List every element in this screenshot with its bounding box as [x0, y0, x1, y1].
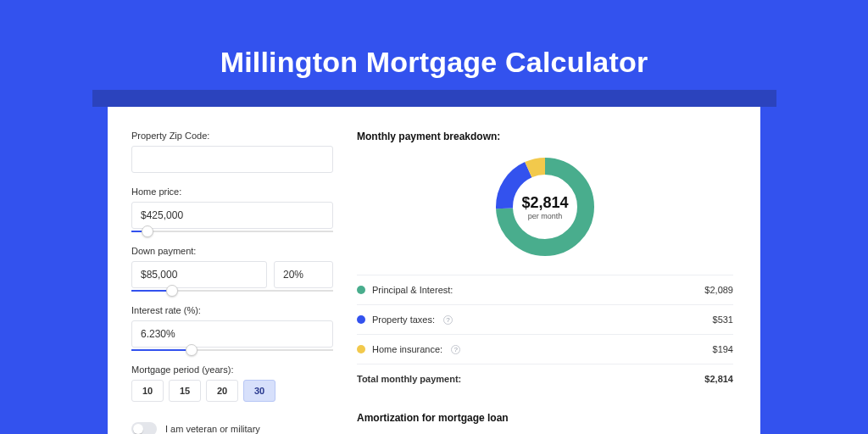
- legend-label: Home insurance:: [372, 344, 442, 354]
- breakdown-title: Monthly payment breakdown:: [357, 131, 733, 142]
- amortization-section: Amortization for mortgage loan Amortizat…: [357, 412, 733, 434]
- down-payment-slider[interactable]: [131, 290, 333, 292]
- period-option-10[interactable]: 10: [131, 380, 164, 402]
- legend-row: Principal & Interest:$2,089: [357, 275, 733, 305]
- legend-dot: [357, 345, 365, 353]
- down-payment-label: Down payment:: [131, 246, 333, 256]
- rate-slider-thumb[interactable]: [186, 344, 198, 356]
- down-payment-pct-input[interactable]: [274, 261, 333, 288]
- period-options: 10152030: [131, 380, 333, 402]
- zip-label: Property Zip Code:: [131, 131, 333, 141]
- legend-total-value: $2,814: [704, 374, 733, 384]
- donut-wrap: $2,814 per month: [357, 154, 733, 259]
- veteran-row: I am veteran or military: [131, 422, 333, 434]
- rate-slider-fill: [131, 349, 192, 351]
- amortization-title: Amortization for mortgage loan: [357, 412, 733, 424]
- down-payment-field: Down payment:: [131, 246, 333, 292]
- legend-total-label: Total monthly payment:: [357, 374, 461, 384]
- form-panel: Property Zip Code: Home price: Down paym…: [131, 131, 333, 434]
- down-payment-slider-thumb[interactable]: [166, 285, 178, 297]
- veteran-label: I am veteran or military: [165, 424, 260, 434]
- period-option-20[interactable]: 20: [206, 380, 238, 402]
- legend-total-row: Total monthly payment:$2,814: [357, 364, 733, 393]
- period-option-30[interactable]: 30: [243, 380, 275, 402]
- legend-dot: [357, 315, 365, 324]
- donut-sub: per month: [528, 212, 563, 220]
- legend: Principal & Interest:$2,089Property taxe…: [357, 275, 733, 393]
- rate-input[interactable]: [131, 320, 333, 348]
- donut-value: $2,814: [521, 194, 568, 212]
- toggle-knob: [133, 424, 143, 434]
- period-option-15[interactable]: 15: [169, 380, 201, 402]
- down-payment-input[interactable]: [131, 261, 267, 288]
- header-band: [92, 90, 776, 107]
- legend-value: $2,089: [704, 285, 733, 295]
- veteran-toggle[interactable]: [131, 422, 157, 434]
- home-price-slider[interactable]: [131, 231, 333, 232]
- legend-row: Property taxes:?$531: [357, 305, 733, 335]
- legend-value: $531: [713, 314, 733, 325]
- home-price-input[interactable]: [131, 202, 333, 229]
- period-label: Mortgage period (years):: [131, 364, 333, 375]
- donut-center: $2,814 per month: [492, 154, 598, 259]
- calculator-card: Property Zip Code: Home price: Down paym…: [108, 107, 760, 434]
- period-field: Mortgage period (years): 10152030: [131, 364, 333, 402]
- rate-field: Interest rate (%):: [131, 305, 333, 351]
- page-title: Millington Mortgage Calculator: [0, 0, 868, 79]
- legend-row: Home insurance:?$194: [357, 335, 733, 364]
- results-panel: Monthly payment breakdown: $2,814 per mo…: [357, 131, 733, 434]
- info-icon[interactable]: ?: [451, 345, 460, 354]
- legend-label: Principal & Interest:: [372, 285, 453, 295]
- info-icon[interactable]: ?: [443, 315, 453, 325]
- rate-slider[interactable]: [131, 349, 333, 351]
- legend-dot: [357, 286, 365, 294]
- home-price-label: Home price:: [131, 186, 333, 197]
- zip-field: Property Zip Code:: [131, 131, 333, 173]
- legend-value: $194: [713, 344, 733, 354]
- home-price-slider-thumb[interactable]: [142, 225, 153, 237]
- rate-label: Interest rate (%):: [131, 305, 333, 315]
- donut-chart: $2,814 per month: [492, 154, 598, 259]
- zip-input[interactable]: [131, 146, 333, 173]
- home-price-field: Home price:: [131, 186, 333, 232]
- legend-label: Property taxes:: [372, 314, 435, 325]
